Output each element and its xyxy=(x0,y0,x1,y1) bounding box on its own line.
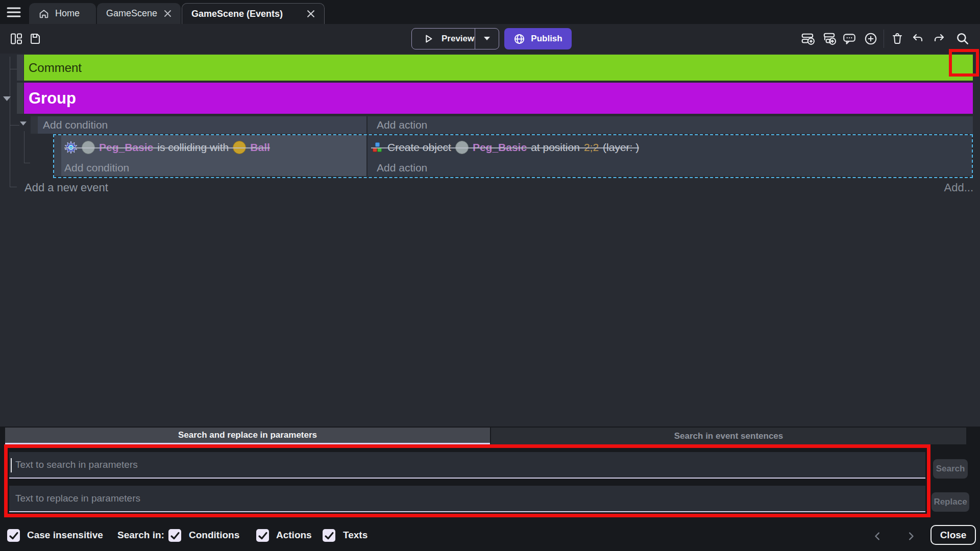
object-thumbnail-peg xyxy=(455,141,469,154)
undo-icon[interactable] xyxy=(911,32,925,46)
replace-button[interactable]: Replace xyxy=(932,492,969,512)
tab-gamescene-label: GameScene xyxy=(106,8,157,19)
tree-line xyxy=(10,125,19,126)
action-object: Peg_Basic xyxy=(473,141,527,154)
add-condition-link[interactable]: Add condition xyxy=(64,162,129,174)
publish-button[interactable]: Publish xyxy=(504,28,572,49)
close-icon[interactable] xyxy=(307,10,315,18)
action-layer-text: (layer: ) xyxy=(603,141,639,154)
preview-dropdown-button[interactable] xyxy=(475,29,499,49)
preview-button[interactable]: Preview xyxy=(411,28,499,49)
tab-gamescene[interactable]: GameScene xyxy=(97,3,181,24)
tree-line xyxy=(10,187,17,187)
add-comment-icon[interactable] xyxy=(842,32,856,46)
drag-handle[interactable] xyxy=(54,135,61,160)
condition-object-2: Ball xyxy=(250,141,270,154)
actions-column: Create object Peg_Basic at position 2;2 … xyxy=(368,135,972,160)
tab-home-label: Home xyxy=(55,8,80,19)
add-new-event-link[interactable]: Add a new event xyxy=(24,181,108,194)
close-icon[interactable] xyxy=(164,10,172,17)
panels-icon[interactable] xyxy=(9,32,23,46)
save-icon[interactable] xyxy=(28,32,42,46)
tab-label: Search in event sentences xyxy=(674,431,783,441)
comment-event[interactable]: Comment xyxy=(24,55,973,81)
actions-column: Add action xyxy=(368,116,973,134)
tree-line xyxy=(10,69,17,69)
drag-handle[interactable] xyxy=(17,83,23,114)
chevron-down-icon xyxy=(484,37,490,41)
add-event-icon[interactable] xyxy=(801,32,815,46)
tab-label: Search and replace in parameters xyxy=(178,430,317,440)
group-event[interactable]: Group xyxy=(24,83,973,114)
text-caret xyxy=(11,458,12,472)
toolbar-divider xyxy=(884,30,884,48)
preview-button-main[interactable]: Preview xyxy=(412,29,475,49)
conditions-column: Add condition xyxy=(61,160,368,176)
actions-column: Add action xyxy=(368,160,972,176)
tab-search-replace-parameters[interactable]: Search and replace in parameters xyxy=(5,428,490,444)
action-verb: Create object xyxy=(387,141,451,154)
standard-event: Add condition Add action xyxy=(38,116,973,134)
globe-icon xyxy=(513,33,525,45)
play-icon xyxy=(422,33,434,45)
add-more-link[interactable]: Add... xyxy=(944,181,973,194)
tab-search-event-sentences[interactable]: Search in event sentences xyxy=(491,428,966,444)
drag-handle[interactable] xyxy=(31,116,38,134)
search-input[interactable] xyxy=(9,452,925,479)
redo-icon[interactable] xyxy=(932,32,946,46)
search-icon[interactable] xyxy=(955,32,970,46)
action-text: at position xyxy=(531,141,580,154)
drag-handle[interactable] xyxy=(54,160,61,176)
checkbox-actions[interactable] xyxy=(256,529,269,542)
tree-line xyxy=(24,163,30,163)
condition-object-1: Peg_Basic xyxy=(99,141,153,154)
checkbox-case-insensitive[interactable] xyxy=(7,529,20,542)
label-texts[interactable]: Texts xyxy=(343,529,368,542)
events-sheet: Comment Group Add condition Add action xyxy=(0,54,980,427)
publish-label: Publish xyxy=(531,34,562,44)
add-circle-icon[interactable] xyxy=(864,32,878,46)
collapse-arrow-group[interactable] xyxy=(3,96,11,102)
action-coordinates: 2;2 xyxy=(584,141,599,154)
toolbar: Preview Publish xyxy=(0,24,980,54)
checkbox-conditions[interactable] xyxy=(168,529,181,542)
action-sentence[interactable]: Create object Peg_Basic at position 2;2 … xyxy=(371,141,639,154)
tab-gamescene-events[interactable]: GameScene (Events) xyxy=(182,3,325,24)
condition-text: is colliding with xyxy=(157,141,229,154)
collapse-arrow-event[interactable] xyxy=(20,121,27,126)
tree-line xyxy=(24,131,24,163)
group-label: Group xyxy=(29,89,76,108)
tab-home[interactable]: Home xyxy=(29,3,96,24)
trash-icon[interactable] xyxy=(890,32,904,46)
object-thumbnail-peg xyxy=(82,141,95,154)
previous-result-button[interactable] xyxy=(872,531,884,542)
next-result-button[interactable] xyxy=(905,531,916,542)
tab-bar: Home GameScene GameScene (Events) xyxy=(0,0,980,24)
create-object-icon xyxy=(371,141,383,154)
comment-text: Comment xyxy=(29,61,82,75)
tab-gamescene-events-label: GameScene (Events) xyxy=(191,9,283,19)
checkbox-texts[interactable] xyxy=(323,529,335,542)
collision-icon xyxy=(64,141,78,154)
label-case-insensitive[interactable]: Case insensitive xyxy=(27,529,103,542)
replace-input[interactable] xyxy=(9,486,925,512)
label-actions[interactable]: Actions xyxy=(276,529,312,542)
close-button[interactable]: Close xyxy=(930,525,976,545)
hamburger-menu-icon[interactable] xyxy=(7,7,21,18)
drag-handle[interactable] xyxy=(17,55,23,81)
label-conditions[interactable]: Conditions xyxy=(189,529,239,542)
add-action-link[interactable]: Add action xyxy=(377,119,427,131)
add-action-link[interactable]: Add action xyxy=(377,162,427,174)
object-thumbnail-ball xyxy=(233,141,246,154)
search-button[interactable]: Search xyxy=(933,459,968,479)
add-subevent-icon[interactable] xyxy=(822,32,836,46)
add-condition-link[interactable]: Add condition xyxy=(43,119,108,131)
tree-line xyxy=(10,57,10,187)
preview-label: Preview xyxy=(442,34,474,44)
label-search-in: Search in: xyxy=(117,529,164,542)
condition-sentence[interactable]: Peg_Basic is colliding with Ball xyxy=(64,141,270,154)
conditions-column: Peg_Basic is colliding with Ball xyxy=(61,135,368,160)
selected-sub-event[interactable]: Peg_Basic is colliding with Ball C xyxy=(53,134,973,178)
home-icon xyxy=(38,8,50,19)
conditions-column: Add condition xyxy=(38,116,368,134)
